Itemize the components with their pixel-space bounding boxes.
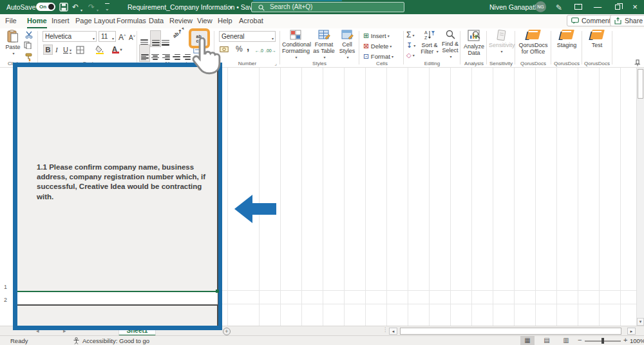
decrease-decimal-icon[interactable]: .00→ xyxy=(265,46,276,55)
accessibility-icon[interactable] xyxy=(73,337,80,344)
group-label-qorusdocs-3: QorusDocs xyxy=(583,61,611,66)
qorusdocs-for-office-button[interactable]: QorusDocs for Office xyxy=(517,30,549,55)
autosave-toggle[interactable]: On xyxy=(36,3,55,11)
font-size-select[interactable]: 11 ▾ xyxy=(99,31,116,42)
align-left-icon[interactable] xyxy=(140,45,149,61)
paste-button[interactable]: Paste xyxy=(4,30,22,57)
number-dialog-launcher-icon[interactable]: ⌟ xyxy=(274,61,277,66)
tab-view[interactable]: View xyxy=(197,14,213,28)
vertical-scrollbar[interactable]: ▼ xyxy=(636,68,644,326)
orientation-icon[interactable]: ab↗ xyxy=(172,26,186,39)
align-bottom-icon[interactable] xyxy=(162,32,169,46)
zoom-level[interactable]: 100% xyxy=(630,337,644,344)
underline-button[interactable]: U xyxy=(63,45,71,55)
insert-cells-icon: ⊞ xyxy=(363,32,369,39)
save-icon[interactable] xyxy=(59,3,68,12)
tab-data[interactable]: Data xyxy=(149,14,164,28)
row-header-1[interactable]: 1 xyxy=(4,284,7,290)
autosum-button[interactable]: Σ xyxy=(406,30,414,40)
shrink-font-button[interactable]: A˅ xyxy=(129,32,135,43)
align-top-icon[interactable] xyxy=(140,32,148,45)
insert-cells-button[interactable]: ⊞ Insert xyxy=(363,32,390,40)
fill-button[interactable]: ↧ xyxy=(406,41,415,50)
gridline-row2 xyxy=(222,304,636,304)
gridline-row1 xyxy=(222,290,636,291)
tab-page-layout[interactable]: Page Layout xyxy=(75,14,115,28)
delete-cells-button[interactable]: ⊠ Delete xyxy=(363,42,392,50)
copy-icon[interactable] xyxy=(24,41,32,49)
avatar[interactable]: NG xyxy=(535,1,546,12)
ribbon-display-options-icon[interactable] xyxy=(574,4,582,10)
sensitivity-label: Sensitivity xyxy=(489,42,515,48)
align-center-icon[interactable] xyxy=(151,46,159,60)
split-handle-icon[interactable]: ⋮ xyxy=(383,327,388,333)
pin-ribbon-icon[interactable] xyxy=(634,59,641,66)
share-button[interactable]: Share xyxy=(610,15,644,26)
row-2-cell[interactable] xyxy=(17,292,218,304)
vertical-scrollbar-thumb[interactable] xyxy=(638,69,643,99)
title-caret-icon[interactable]: ∨ xyxy=(229,5,232,10)
accessibility-status[interactable]: Accessibility: Good to go xyxy=(82,337,149,344)
zoom-out-button[interactable]: − xyxy=(578,336,582,344)
number-format-select[interactable]: General ▾ xyxy=(219,31,276,42)
redo-button: ↷ xyxy=(88,2,95,12)
percent-style-icon[interactable]: % xyxy=(236,44,243,54)
grow-font-button[interactable]: A˄ xyxy=(118,31,126,42)
align-right-icon[interactable] xyxy=(162,46,170,60)
comma-style-icon[interactable]: , xyxy=(247,43,249,52)
sort-filter-button[interactable]: AZ Sort & Filter xyxy=(420,30,439,55)
autosave-state: On xyxy=(39,4,46,10)
format-cells-button[interactable]: ⊡ Format xyxy=(363,52,393,61)
horizontal-scrollbar-thumb[interactable] xyxy=(400,328,621,335)
find-select-button[interactable]: Find & Select xyxy=(440,30,460,60)
decrease-indent-icon[interactable] xyxy=(173,46,180,60)
normal-view-button[interactable]: ▦ xyxy=(520,336,535,345)
test-button[interactable]: Test xyxy=(584,30,610,48)
svg-text:Z: Z xyxy=(424,35,428,40)
cut-icon[interactable] xyxy=(25,31,33,39)
hscroll-left-arrow[interactable]: ◄ xyxy=(389,328,397,335)
page-layout-view-button[interactable]: ▤ xyxy=(540,336,554,345)
analyze-data-label: Analyze Data xyxy=(464,43,484,56)
minimize-button[interactable]: — xyxy=(589,0,607,14)
fill-handle[interactable] xyxy=(216,290,219,293)
hand-cursor-icon xyxy=(187,37,223,75)
hscroll-right-arrow[interactable]: ► xyxy=(627,328,636,335)
zoom-slider-thumb[interactable] xyxy=(601,338,604,344)
font-color-icon[interactable]: A xyxy=(112,44,122,54)
clear-button[interactable]: ◇ xyxy=(406,51,415,60)
worksheet-grid[interactable] xyxy=(222,68,636,326)
document-title[interactable]: Requirement_Company Information • Saved xyxy=(128,3,260,11)
row-header-2[interactable]: 2 xyxy=(4,297,7,303)
increase-decimal-icon[interactable]: ←.0 xyxy=(255,46,263,55)
analyze-data-button[interactable]: Analyze Data xyxy=(462,30,486,56)
staging-button[interactable]: Staging xyxy=(553,30,580,48)
add-sheet-button[interactable]: + xyxy=(223,328,231,335)
cell-a1-text[interactable]: 1.1 Please confirm company name, busines… xyxy=(37,163,216,202)
tab-acrobat[interactable]: Acrobat xyxy=(239,14,263,28)
restore-button[interactable] xyxy=(615,5,620,10)
borders-icon[interactable] xyxy=(76,46,84,54)
font-name-select[interactable]: Helvetica ▾ xyxy=(43,31,97,42)
staging-label: Staging xyxy=(557,42,577,48)
cell-styles-button[interactable]: Cell Styles xyxy=(337,30,357,61)
format-as-table-button[interactable]: Format as Table xyxy=(312,30,336,61)
italic-button[interactable]: I xyxy=(55,45,58,54)
close-button[interactable]: × xyxy=(626,0,644,14)
search-input[interactable]: Search (Alt+Q) xyxy=(251,2,404,12)
tab-file[interactable]: File xyxy=(5,14,17,28)
align-middle-icon[interactable] xyxy=(151,31,160,46)
tab-home[interactable]: Home xyxy=(27,14,47,28)
page-break-view-button[interactable]: ▥ xyxy=(559,336,573,345)
conditional-formatting-button[interactable]: Conditional Formatting xyxy=(282,30,309,61)
scroll-down-arrow[interactable]: ▼ xyxy=(637,318,644,326)
customize-qat-icon[interactable]: ⌄ xyxy=(105,3,109,14)
tab-help[interactable]: Help xyxy=(218,14,232,28)
zoom-in-button[interactable]: + xyxy=(623,336,627,344)
tab-insert[interactable]: Insert xyxy=(52,14,70,28)
bold-button[interactable]: B xyxy=(44,45,52,54)
undo-button[interactable]: ↶ xyxy=(72,2,79,12)
fill-color-icon[interactable] xyxy=(95,45,104,54)
tab-formulas[interactable]: Formulas xyxy=(117,14,146,28)
ink-pen-icon[interactable]: ✎ xyxy=(556,3,562,13)
